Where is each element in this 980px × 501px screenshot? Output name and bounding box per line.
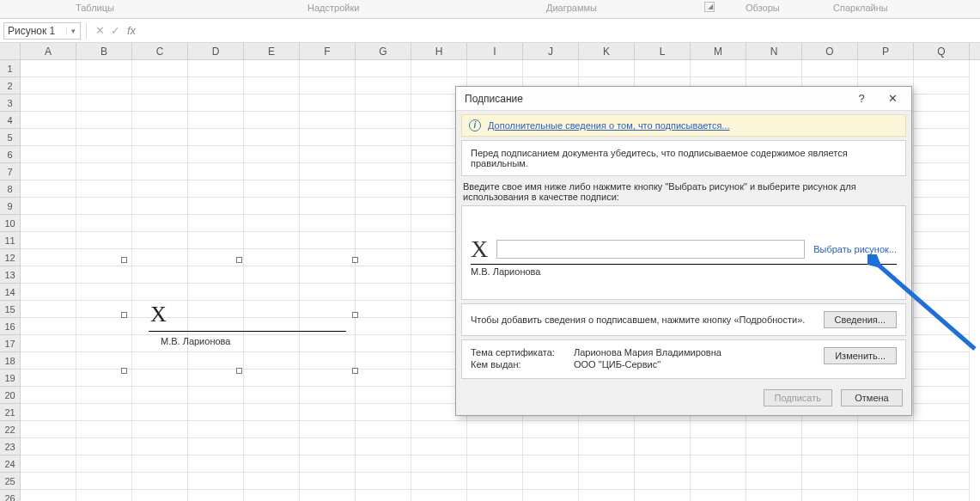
cell[interactable] (21, 77, 76, 95)
column-header[interactable]: E (244, 43, 300, 59)
name-box[interactable]: ▾ (3, 22, 81, 40)
cell[interactable] (691, 490, 746, 501)
cell[interactable] (914, 95, 970, 112)
cell[interactable] (914, 438, 970, 455)
cell[interactable] (21, 318, 76, 335)
cell[interactable] (76, 146, 132, 163)
cell[interactable] (914, 112, 970, 129)
row-header[interactable]: 15 (0, 301, 20, 318)
cell[interactable] (300, 146, 356, 163)
column-header[interactable]: J (523, 43, 579, 59)
cell[interactable] (858, 421, 914, 438)
cell[interactable] (579, 455, 635, 473)
cell[interactable] (76, 180, 132, 198)
cell[interactable] (300, 473, 356, 490)
cell[interactable] (132, 60, 188, 77)
cell[interactable] (914, 198, 970, 215)
cell[interactable] (300, 490, 356, 501)
cell[interactable] (132, 387, 188, 404)
change-cert-button[interactable]: Изменить... (824, 347, 897, 364)
cell[interactable] (691, 438, 746, 455)
cell[interactable] (244, 129, 300, 146)
cell[interactable] (188, 129, 244, 146)
cell[interactable] (188, 146, 244, 163)
insert-function-button[interactable]: fx (123, 24, 138, 37)
cell[interactable] (244, 387, 300, 404)
cell[interactable] (914, 215, 970, 232)
row-header[interactable]: 14 (0, 284, 20, 301)
cell[interactable] (579, 473, 635, 490)
resize-handle-se[interactable] (352, 368, 358, 374)
column-header[interactable]: L (635, 43, 691, 59)
cell[interactable] (300, 129, 356, 146)
cell[interactable] (76, 387, 132, 404)
cell[interactable] (467, 421, 523, 438)
cell[interactable] (21, 301, 76, 318)
close-button[interactable]: ✕ (877, 89, 908, 109)
cell[interactable] (914, 180, 970, 198)
cell[interactable] (914, 318, 970, 335)
row-header[interactable]: 24 (0, 455, 20, 473)
cell[interactable] (914, 284, 970, 301)
cell[interactable] (21, 95, 76, 112)
cell[interactable] (188, 490, 244, 501)
cell[interactable] (300, 215, 356, 232)
cell[interactable] (132, 438, 188, 455)
sign-button[interactable]: Подписать (764, 389, 832, 406)
cell[interactable] (76, 490, 132, 501)
cell[interactable] (132, 421, 188, 438)
cell[interactable] (76, 232, 132, 249)
cell[interactable] (467, 60, 523, 77)
cell[interactable] (914, 421, 970, 438)
cell[interactable] (132, 146, 188, 163)
cell[interactable] (579, 421, 635, 438)
row-header[interactable]: 18 (0, 352, 20, 370)
cell[interactable] (132, 232, 188, 249)
signature-object[interactable]: X М.В. Ларионова (124, 260, 356, 371)
cell[interactable] (914, 129, 970, 146)
cell[interactable] (244, 163, 300, 180)
row-header[interactable]: 6 (0, 146, 20, 163)
cell[interactable] (579, 60, 635, 77)
row-header[interactable]: 17 (0, 335, 20, 352)
cell[interactable] (244, 232, 300, 249)
row-header[interactable]: 19 (0, 370, 20, 387)
cell[interactable] (300, 404, 356, 421)
cell[interactable] (356, 146, 411, 163)
cell[interactable] (914, 455, 970, 473)
cell[interactable] (188, 112, 244, 129)
cell[interactable] (244, 490, 300, 501)
cell[interactable] (802, 438, 858, 455)
cell[interactable] (858, 455, 914, 473)
cell[interactable] (691, 60, 746, 77)
row-header[interactable]: 2 (0, 77, 20, 95)
cell[interactable] (188, 95, 244, 112)
cell[interactable] (300, 60, 356, 77)
cell[interactable] (21, 215, 76, 232)
cell[interactable] (858, 438, 914, 455)
cell[interactable] (244, 438, 300, 455)
resize-handle-s[interactable] (236, 368, 242, 374)
cell[interactable] (802, 490, 858, 501)
help-button[interactable]: ? (846, 89, 877, 109)
row-header[interactable]: 3 (0, 95, 20, 112)
cell[interactable] (635, 455, 691, 473)
row-header[interactable]: 20 (0, 387, 20, 404)
cell[interactable] (523, 490, 579, 501)
cell[interactable] (132, 370, 188, 387)
cell[interactable] (21, 266, 76, 284)
cell[interactable] (356, 301, 411, 318)
row-header[interactable]: 23 (0, 438, 20, 455)
cell[interactable] (21, 249, 76, 266)
cell[interactable] (746, 60, 802, 77)
cell[interactable] (356, 95, 411, 112)
cell[interactable] (356, 129, 411, 146)
cell[interactable] (356, 421, 411, 438)
more-info-link[interactable]: Дополнительные сведения о том, что подпи… (488, 120, 730, 131)
dialog-titlebar[interactable]: Подписание ? ✕ (456, 87, 911, 111)
cell[interactable] (244, 404, 300, 421)
cell[interactable] (914, 249, 970, 266)
cell[interactable] (914, 163, 970, 180)
cell[interactable] (802, 455, 858, 473)
cell[interactable] (132, 215, 188, 232)
